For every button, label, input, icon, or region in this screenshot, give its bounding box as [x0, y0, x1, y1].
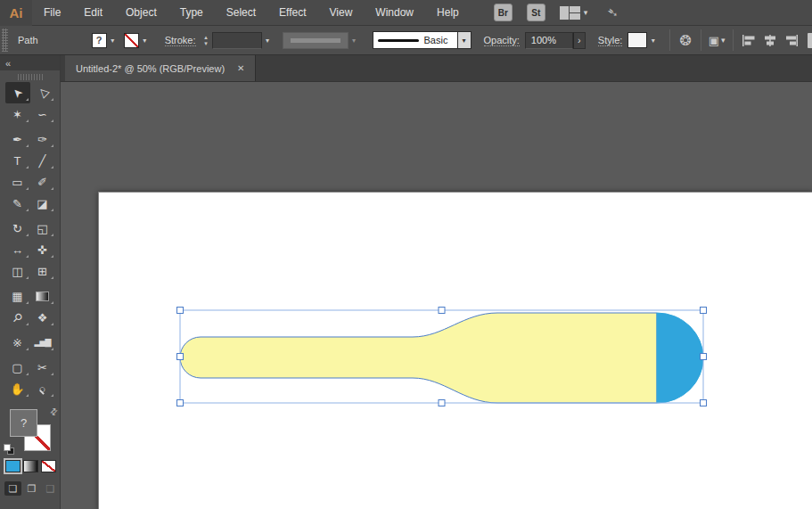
brush-definition-dropdown[interactable]: Basic [373, 31, 458, 49]
stock-button[interactable]: St [527, 4, 545, 21]
handle-bottom-left[interactable] [177, 400, 184, 406]
perspective-grid-tool[interactable]: ⊞ [30, 260, 55, 282]
default-fill-stroke-icon[interactable] [4, 444, 14, 455]
stroke-weight-stepper[interactable]: ▴ ▾ [201, 34, 211, 46]
shape-builder-tool[interactable]: ◫ [5, 260, 30, 282]
column-graph-tool[interactable]: ▂▅▇ [30, 332, 55, 353]
bat-cap-shape[interactable] [657, 313, 703, 403]
paintbrush-tool[interactable]: ✐ [30, 171, 55, 193]
handle-bottom-center[interactable] [439, 400, 445, 406]
menu-bar: Ai File Edit Object Type Select Effect V… [0, 0, 812, 26]
stepper-up-icon[interactable]: ▴ [201, 34, 211, 40]
style-label[interactable]: Style: [598, 35, 623, 46]
stroke-weight-label[interactable]: Stroke: [165, 35, 196, 46]
stepper-down-icon[interactable]: ▾ [201, 40, 211, 46]
eyedropper-tool[interactable]: ⚲ [5, 307, 30, 328]
fill-chevron-icon[interactable]: ▾ [107, 33, 119, 48]
brush-chevron-icon[interactable]: ▾ [458, 31, 472, 49]
zoom-tool[interactable]: ○ [30, 378, 55, 399]
bat-body-shape[interactable] [180, 313, 657, 403]
pen-tool-icon: ✒ [12, 133, 22, 146]
rotate-tool[interactable]: ↻ [5, 218, 30, 239]
panel-collapse-button[interactable]: « [0, 55, 60, 70]
opacity-field[interactable]: 100% [525, 32, 573, 49]
mesh-tool[interactable]: ▦ [5, 285, 30, 307]
color-mode-buttons [0, 460, 60, 472]
opacity-label[interactable]: Opacity: [484, 35, 520, 46]
draw-behind-icon[interactable]: ❐ [23, 481, 40, 496]
opacity-arrow-button[interactable]: › [573, 32, 586, 49]
brush-name: Basic [424, 35, 448, 45]
width-profile-chevron-icon: ▾ [349, 33, 360, 48]
gpu-performance-rocket-icon[interactable]: ➴ [606, 4, 619, 21]
width-tool[interactable]: ↔ [5, 239, 30, 260]
menu-window[interactable]: Window [364, 0, 425, 26]
bridge-button[interactable]: Br [494, 4, 513, 21]
scale-tool[interactable]: ◱ [30, 218, 55, 239]
rectangle-tool[interactable]: ▭ [5, 171, 30, 193]
selection-tool[interactable]: ➤ [5, 82, 30, 103]
align-center-icon[interactable] [762, 34, 778, 47]
swap-fill-stroke-icon[interactable]: ⇄ [47, 406, 60, 418]
align-left-icon[interactable] [741, 34, 757, 47]
gradient-tool[interactable]: ▧ [30, 285, 55, 307]
puppet-warp-tool[interactable]: ✜ [30, 239, 55, 260]
blend-tool[interactable]: ❖ [30, 307, 55, 328]
fill-indicator[interactable]: ? [10, 409, 37, 437]
draw-normal-icon[interactable]: ❏ [4, 481, 21, 496]
handle-mid-left[interactable] [177, 354, 184, 360]
fill-unknown-label: ? [21, 416, 27, 430]
panel-drag-grip[interactable] [18, 74, 43, 80]
menu-file[interactable]: File [32, 0, 72, 26]
recolor-artwork-icon[interactable]: ❂ [679, 32, 691, 49]
menu-effect[interactable]: Effect [267, 0, 317, 26]
hand-tool[interactable]: ✋ [5, 378, 30, 399]
menu-edit[interactable]: Edit [72, 0, 114, 26]
tab-close-icon[interactable]: ✕ [237, 63, 244, 73]
workspace-chevron-icon[interactable]: ▾ [584, 8, 588, 17]
pen-tool[interactable]: ✒ [5, 128, 30, 150]
panel-grip[interactable] [2, 29, 8, 52]
handle-top-center[interactable] [439, 308, 445, 314]
stroke-color-swatch[interactable] [124, 33, 139, 48]
slice-tool[interactable]: ✂ [30, 357, 55, 378]
app-logo: Ai [0, 0, 32, 26]
menu-view[interactable]: View [318, 0, 365, 26]
stroke-chevron-icon[interactable]: ▾ [139, 33, 151, 48]
curvature-tool[interactable]: ✑ [30, 128, 55, 150]
select-similar-button[interactable]: ▣ ▾ [709, 34, 726, 47]
shaper-tool[interactable]: ✎ [5, 193, 30, 214]
align-right-icon[interactable] [783, 34, 800, 47]
handle-mid-right[interactable] [701, 354, 707, 360]
line-segment-tool[interactable]: ╱ [30, 150, 55, 171]
direct-selection-tool[interactable]: ▷ [30, 82, 55, 103]
gradient-button[interactable] [23, 460, 38, 472]
symbol-sprayer-tool[interactable]: ※ [5, 332, 30, 353]
document-tab[interactable]: Untitled-2* @ 50% (RGB/Preview) ✕ [65, 55, 256, 81]
workspace-switcher-icon[interactable] [560, 6, 580, 20]
magic-wand-tool[interactable]: ✶ [5, 103, 30, 125]
menu-select[interactable]: Select [215, 0, 267, 26]
canvas[interactable] [61, 82, 812, 509]
stroke-weight-chevron-icon[interactable]: ▾ [262, 33, 274, 48]
color-button[interactable] [5, 460, 21, 472]
lasso-tool-icon: ∽ [37, 108, 47, 121]
graphic-style-swatch[interactable] [627, 32, 647, 48]
fill-color-swatch[interactable]: ? [92, 33, 107, 48]
eraser-tool[interactable]: ◪ [30, 193, 55, 214]
none-button[interactable] [41, 460, 56, 472]
handle-top-right[interactable] [701, 308, 707, 314]
menu-type[interactable]: Type [168, 0, 215, 26]
clipped-align-icon[interactable] [808, 33, 812, 48]
selection-tool-icon: ➤ [9, 85, 25, 101]
lasso-tool[interactable]: ∽ [30, 103, 55, 125]
rotate-tool-icon: ↻ [12, 222, 22, 235]
menu-help[interactable]: Help [425, 0, 471, 26]
handle-top-left[interactable] [177, 308, 184, 314]
handle-bottom-right[interactable] [701, 400, 707, 406]
style-chevron-icon[interactable]: ▾ [647, 33, 659, 48]
stroke-weight-field[interactable] [212, 32, 262, 49]
type-tool[interactable]: T [5, 150, 30, 171]
menu-object[interactable]: Object [114, 0, 168, 26]
artboard-tool[interactable]: ▢ [5, 357, 30, 378]
